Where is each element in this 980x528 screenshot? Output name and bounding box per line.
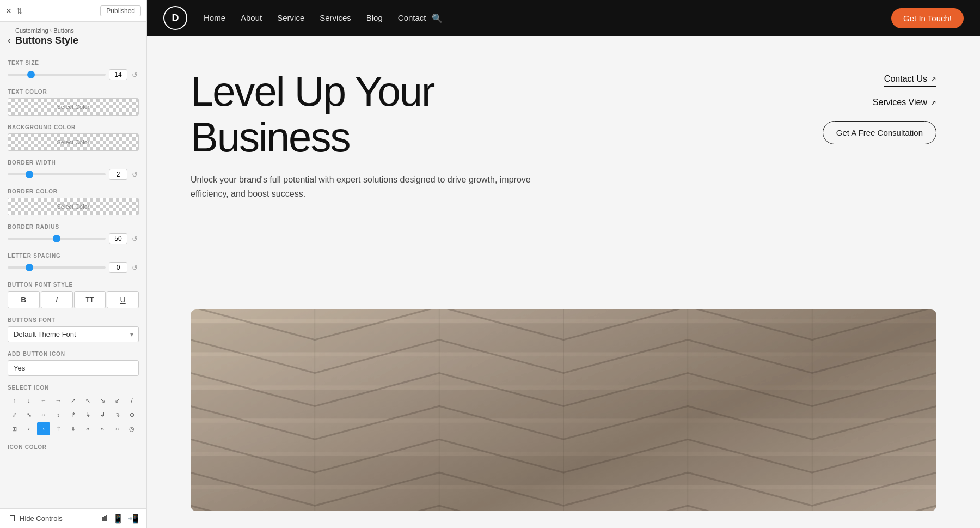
breadcrumb: Customizing › Buttons (15, 27, 78, 34)
letter-spacing-value[interactable] (109, 262, 127, 273)
site-navigation: D Home About Service Services Blog Conta… (147, 0, 980, 36)
close-icon[interactable]: ✕ (5, 7, 12, 15)
nav-item-services[interactable]: Services (320, 13, 351, 23)
icon-se[interactable]: ↘ (96, 394, 109, 407)
nav-item-service[interactable]: Service (277, 13, 304, 23)
icon-color-label: ICON COLOR (8, 444, 139, 450)
nav-item-about[interactable]: About (241, 13, 262, 23)
icon-expand[interactable]: ⊞ (8, 422, 21, 435)
italic-button[interactable]: I (41, 291, 73, 308)
search-icon[interactable]: 🔍 (432, 13, 443, 23)
font-style-field: BUTTON FONT STYLE B I TT U (8, 282, 139, 308)
icon-curve-dr[interactable]: ↳ (81, 408, 94, 421)
add-button-icon-input[interactable] (8, 360, 139, 376)
add-button-icon-field: ADD BUTTON ICON (8, 351, 139, 376)
icon-prev[interactable]: ‹ (22, 422, 35, 435)
font-style-buttons: B I TT U (8, 291, 139, 308)
back-button[interactable]: ‹ (8, 35, 11, 46)
icon-dbl-l[interactable]: « (81, 422, 94, 435)
text-color-label: TEXT COLOR (8, 89, 139, 95)
icon-diag1[interactable]: ⤢ (8, 408, 21, 421)
nav-item-home[interactable]: Home (204, 13, 225, 23)
top-bar: ✕ ⇅ Published (0, 0, 146, 22)
icon-circle-dot[interactable]: ◎ (125, 422, 138, 435)
icon-sw[interactable]: ↙ (111, 394, 124, 407)
border-radius-reset[interactable]: ↺ (131, 235, 139, 243)
border-width-value[interactable] (109, 169, 127, 180)
border-width-reset[interactable]: ↺ (131, 171, 139, 179)
icon-dbl-up[interactable]: ⇑ (52, 422, 65, 435)
underline-button[interactable]: U (107, 291, 139, 308)
nav-item-blog[interactable]: Blog (366, 13, 383, 23)
buttons-font-field: BUTTONS FONT Default Theme Font Arial Ge… (8, 317, 139, 342)
panel-title: Buttons Style (15, 35, 78, 46)
border-radius-value[interactable] (109, 233, 127, 244)
icon-right[interactable]: → (52, 394, 65, 407)
desktop-view-icon[interactable]: 🖥 (100, 513, 108, 524)
tablet-view-icon[interactable]: 📱 (113, 513, 124, 524)
nav-cta-button[interactable]: Get In Touch! (891, 8, 964, 28)
text-size-reset[interactable]: ↺ (131, 71, 139, 79)
border-width-slider[interactable] (8, 173, 106, 175)
select-icon-label: SELECT ICON (8, 385, 139, 391)
letter-spacing-label: LETTER SPACING (8, 253, 139, 259)
uppercase-button[interactable]: TT (74, 291, 106, 308)
text-size-slider[interactable] (8, 74, 106, 76)
icon-down[interactable]: ↓ (22, 394, 35, 407)
icon-curve-ur[interactable]: ↱ (66, 408, 79, 421)
icon-diag2[interactable]: ⤡ (22, 408, 35, 421)
border-color-placeholder: Select Color (57, 203, 90, 210)
panel-footer: 🖥 Hide Controls 🖥 📱 📲 (0, 508, 146, 528)
text-size-value[interactable] (109, 69, 127, 80)
icon-curve-ul[interactable]: ↲ (96, 408, 109, 421)
bold-button[interactable]: B (8, 291, 40, 308)
add-button-icon-label: ADD BUTTON ICON (8, 351, 139, 357)
border-color-swatch[interactable]: Select Color (8, 198, 139, 215)
mobile-view-icon[interactable]: 📲 (128, 513, 139, 524)
icon-curve-dl[interactable]: ↴ (111, 408, 124, 421)
text-size-label: TEXT SIZE (8, 60, 139, 66)
icon-grid: ↑ ↓ ← → ↗ ↖ ↘ ↙ / ⤢ ⤡ ↔ ↕ ↱ ↳ ↲ ↴ ⊕ ⊞ (8, 394, 139, 435)
icon-hv[interactable]: ↔ (37, 408, 50, 421)
icon-left[interactable]: ← (37, 394, 50, 407)
icon-next-selected[interactable]: › (37, 422, 50, 435)
text-color-field: TEXT COLOR Select Color (8, 89, 139, 116)
customizer-panel: ✕ ⇅ Published ‹ Customizing › Buttons Bu… (0, 0, 147, 528)
bg-color-field: BACKGROUND COLOR Select Color (8, 124, 139, 151)
hide-controls-button[interactable]: 🖥 Hide Controls (8, 514, 63, 524)
hero-section: Level Up Your Business Unlock your brand… (147, 36, 980, 309)
site-preview-area: D Home About Service Services Blog Conta… (147, 0, 980, 528)
view-services-arrow-icon: ↗ (930, 99, 936, 107)
icon-dbl-r[interactable]: » (96, 422, 109, 435)
bg-color-swatch[interactable]: Select Color (8, 133, 139, 151)
icon-ne[interactable]: ↗ (66, 394, 79, 407)
nav-item-contact[interactable]: Contact (398, 13, 426, 23)
hero-building-image (191, 309, 936, 511)
letter-spacing-slider[interactable] (8, 266, 106, 269)
letter-spacing-reset[interactable]: ↺ (131, 264, 139, 272)
select-icon-field: SELECT ICON ↑ ↓ ← → ↗ ↖ ↘ ↙ / ⤢ ⤡ ↔ ↕ ↱ … (8, 385, 139, 435)
contact-us-link[interactable]: Contact Us ↗ (884, 74, 936, 87)
sort-icon[interactable]: ⇅ (16, 7, 23, 15)
border-color-label: BORDER COLOR (8, 189, 139, 195)
icon-circle[interactable]: ○ (111, 422, 124, 435)
icon-dbl-dn[interactable]: ⇓ (66, 422, 79, 435)
consultation-button[interactable]: Get A Free Consultation (823, 121, 936, 144)
monitor-icon: 🖥 (8, 514, 16, 524)
buttons-font-select[interactable]: Default Theme Font Arial Georgia Helveti… (8, 326, 139, 342)
icon-ud[interactable]: ↕ (52, 408, 65, 421)
icon-move[interactable]: ⊕ (125, 408, 138, 421)
view-services-link[interactable]: Services View ↗ (873, 98, 936, 110)
letter-spacing-field: LETTER SPACING ↺ (8, 253, 139, 273)
hero-title: Level Up Your Business (191, 69, 817, 160)
icon-nw[interactable]: ↖ (81, 394, 94, 407)
text-color-swatch[interactable]: Select Color (8, 98, 139, 116)
border-radius-slider[interactable] (8, 238, 106, 240)
nav-links: Home About Service Services Blog Contact (204, 13, 426, 23)
hero-subtitle: Unlock your brand's full potential with … (191, 173, 561, 201)
contact-us-arrow-icon: ↗ (930, 75, 936, 83)
icon-color-field: ICON COLOR (8, 444, 139, 450)
icon-slash[interactable]: / (125, 394, 138, 407)
icon-up[interactable]: ↑ (8, 394, 21, 407)
border-width-label: BORDER WIDTH (8, 160, 139, 166)
